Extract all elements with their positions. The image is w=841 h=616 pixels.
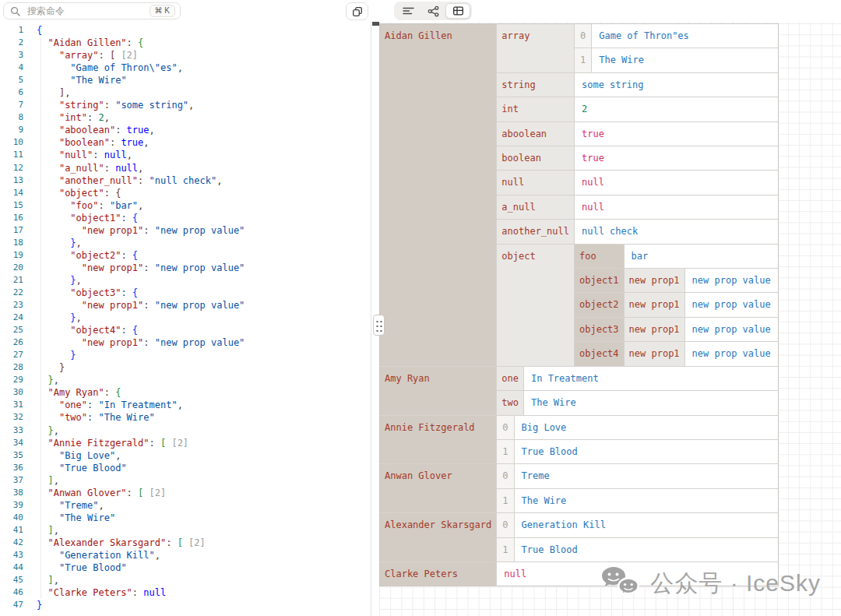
grid-key-cell[interactable]: new prop1	[625, 342, 685, 365]
line-number[interactable]: 32	[0, 411, 23, 424]
line-number[interactable]: 25	[0, 324, 23, 336]
grid-key-cell[interactable]: Alexander Skarsgard	[380, 513, 497, 562]
grid-value-cell[interactable]: The Wire	[514, 488, 778, 512]
editor-line[interactable]: 15 "foo": "bar",	[0, 199, 245, 212]
grid-key-cell[interactable]: new prop1	[625, 293, 685, 316]
grid-key-cell[interactable]: boolean	[497, 146, 574, 171]
editor-line[interactable]: 32 "two": "The Wire"	[0, 411, 245, 424]
grid-value-cell[interactable]: True Blood	[514, 537, 778, 561]
line-number[interactable]: 2	[0, 37, 23, 49]
line-number[interactable]: 22	[0, 287, 23, 299]
grid-key-cell[interactable]: object2	[575, 293, 624, 317]
line-number[interactable]: 40	[0, 512, 23, 524]
editor-line[interactable]: 36 "True Blood"	[0, 462, 245, 474]
grid-value-cell[interactable]: The Wire	[523, 391, 777, 415]
editor-line[interactable]: 10 "boolean": true,	[0, 136, 245, 149]
line-number[interactable]: 10	[0, 136, 23, 149]
grid-key-cell[interactable]: one	[497, 367, 523, 391]
line-number[interactable]: 31	[0, 399, 23, 411]
editor-line[interactable]: 39 "Treme",	[0, 499, 245, 512]
grid-key-cell[interactable]: array	[497, 24, 574, 72]
line-number[interactable]: 7	[0, 99, 23, 111]
editor-line[interactable]: 35 "Big Love",	[0, 449, 245, 462]
line-number[interactable]: 8	[0, 111, 23, 124]
line-number[interactable]: 42	[0, 537, 23, 549]
grid-key-cell[interactable]: a_null	[497, 195, 574, 219]
grid-key-cell[interactable]: int	[497, 97, 574, 121]
grid-value-cell[interactable]: The Wire	[592, 48, 778, 72]
grid-key-cell[interactable]: null	[497, 171, 574, 195]
grid-key-cell[interactable]: Amy Ryan	[380, 366, 497, 415]
editor-line[interactable]: 18 },	[0, 237, 245, 249]
editor-line[interactable]: 13 "another_null": "null check",	[0, 174, 245, 187]
grid-key-cell[interactable]: object3	[575, 317, 624, 341]
editor-line[interactable]: 26 "new prop1": "new prop value"	[0, 336, 245, 349]
line-number[interactable]: 43	[0, 549, 23, 561]
line-number[interactable]: 18	[0, 237, 23, 249]
editor-line[interactable]: 31 "one": "In Treatment",	[0, 399, 245, 411]
editor-line[interactable]: 22 "object3": {	[0, 287, 245, 299]
editor-line[interactable]: 23 "new prop1": "new prop value"	[0, 299, 245, 312]
grid-key-cell[interactable]: Annie Fitzgerald	[380, 415, 497, 464]
grid-value-cell[interactable]: null	[574, 195, 777, 219]
scrollbar-thumb[interactable]	[372, 22, 379, 26]
grid-value-cell[interactable]: bar	[624, 245, 778, 269]
editor-line[interactable]: 45 ],	[0, 574, 245, 586]
line-number[interactable]: 9	[0, 124, 23, 136]
line-number[interactable]: 30	[0, 386, 23, 399]
line-number[interactable]: 12	[0, 162, 23, 174]
editor-line[interactable]: 40 "The Wire"	[0, 512, 245, 524]
editor-line[interactable]: 30 "Amy Ryan": {	[0, 386, 245, 399]
line-number[interactable]: 28	[0, 361, 23, 374]
line-number[interactable]: 19	[0, 249, 23, 262]
editor-line[interactable]: 16 "object1": {	[0, 212, 245, 224]
line-number[interactable]: 6	[0, 86, 23, 99]
line-number[interactable]: 39	[0, 499, 23, 512]
editor-line[interactable]: 6 ],	[0, 86, 245, 99]
line-number[interactable]: 41	[0, 524, 23, 537]
editor-line[interactable]: 14 "object": {	[0, 187, 245, 199]
grid-value-cell[interactable]: new prop value	[684, 293, 778, 316]
panel-resize-handle[interactable]	[373, 315, 385, 336]
line-number[interactable]: 23	[0, 299, 23, 312]
editor-line[interactable]: 1{	[0, 24, 245, 37]
line-number[interactable]: 13	[0, 174, 23, 187]
line-number[interactable]: 27	[0, 349, 23, 361]
grid-value-cell[interactable]: null check	[574, 220, 777, 244]
grid-value-cell[interactable]: Game of Thron"es	[592, 24, 778, 48]
editor-line[interactable]: 34 "Annie Fitzgerald": [ [2]	[0, 437, 245, 449]
grid-value-cell[interactable]: new prop value	[684, 342, 778, 365]
editor-line[interactable]: 3 "array": [ [2]	[0, 49, 245, 62]
grid-value-cell[interactable]: Treme	[514, 464, 778, 488]
editor-line[interactable]: 33 },	[0, 424, 245, 437]
editor-line[interactable]: 29 },	[0, 374, 245, 386]
editor-line[interactable]: 24 },	[0, 312, 245, 324]
line-number[interactable]: 17	[0, 224, 23, 237]
search-input[interactable]	[26, 5, 150, 17]
search-box[interactable]: ⌘ K	[3, 2, 181, 19]
grid-value-cell[interactable]: true	[574, 121, 777, 146]
editor-line[interactable]: 7 "string": "some string",	[0, 99, 245, 111]
line-number[interactable]: 46	[0, 586, 23, 599]
editor-line[interactable]: 12 "a_null": null,	[0, 162, 245, 174]
grid-key-cell[interactable]: two	[497, 391, 523, 415]
grid-key-cell[interactable]: foo	[575, 245, 624, 269]
view-list-button[interactable]	[396, 3, 420, 19]
editor-line[interactable]: 43 "Generation Kill",	[0, 549, 245, 561]
editor-line[interactable]: 20 "new prop1": "new prop value"	[0, 262, 245, 274]
grid-key-cell[interactable]: new prop1	[625, 269, 685, 292]
grid-key-cell[interactable]: new prop1	[625, 318, 685, 341]
line-number[interactable]: 34	[0, 437, 23, 449]
line-number[interactable]: 14	[0, 187, 23, 199]
line-number[interactable]: 11	[0, 149, 23, 161]
editor-line[interactable]: 47}	[0, 599, 245, 611]
grid-value-cell[interactable]: true	[574, 146, 777, 171]
line-number[interactable]: 29	[0, 374, 23, 386]
line-number[interactable]: 3	[0, 49, 23, 62]
grid-key-cell[interactable]: another_null	[497, 220, 574, 244]
editor-line[interactable]: 46 "Clarke Peters": null	[0, 586, 245, 599]
line-number[interactable]: 1	[0, 24, 23, 37]
grid-key-cell[interactable]: object	[497, 244, 574, 366]
line-number[interactable]: 36	[0, 462, 23, 474]
line-number[interactable]: 5	[0, 74, 23, 86]
